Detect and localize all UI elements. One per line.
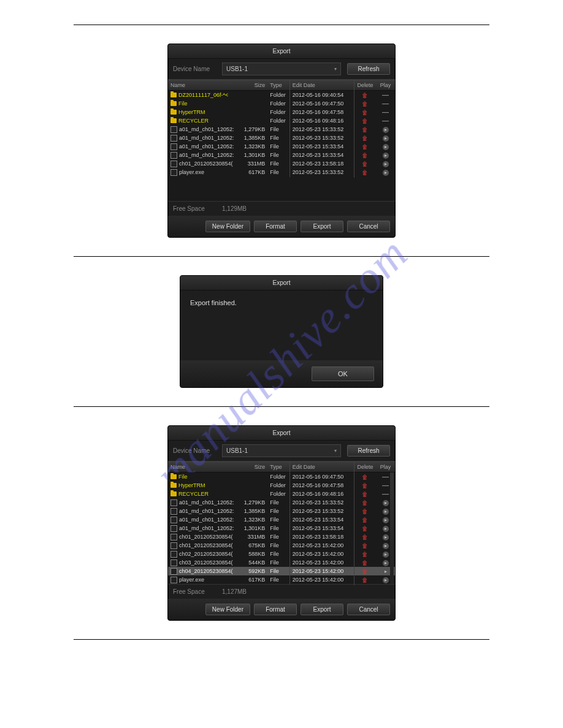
file-type: File [267,167,289,177]
checkbox-icon[interactable] [170,551,177,558]
play-icon[interactable] [383,144,389,150]
device-name-label: Device Name [173,447,216,454]
checkbox-icon[interactable] [170,534,177,540]
file-name: a01_md_ch01_12052: [179,135,234,141]
export-dialog-2: Export Device Name USB1-1 ▾ Refresh Name… [167,425,396,621]
play-icon[interactable] [383,577,389,583]
format-button[interactable]: Format [254,221,297,232]
checkbox-icon[interactable] [170,568,177,575]
play-icon[interactable] [383,534,389,540]
folder-icon[interactable] [170,118,177,123]
refresh-button[interactable]: Refresh [347,63,390,75]
checkbox-icon[interactable] [170,559,177,566]
checkbox-icon[interactable] [170,517,177,523]
checkbox-icon[interactable] [170,152,177,159]
col-type[interactable]: Type [267,80,289,90]
play-icon[interactable] [383,517,389,523]
delete-icon[interactable]: 🗑 [362,169,368,176]
delete-icon[interactable]: 🗑 [362,135,368,142]
refresh-button[interactable]: Refresh [347,445,390,457]
col-play[interactable]: Play [376,462,395,472]
delete-icon[interactable]: 🗑 [362,577,368,583]
delete-icon[interactable]: 🗑 [362,152,368,159]
delete-icon[interactable]: 🗑 [362,491,368,498]
play-icon[interactable] [383,153,389,159]
delete-icon[interactable]: 🗑 [362,92,368,99]
play-icon[interactable] [383,127,389,133]
play-icon[interactable] [383,569,389,575]
checkbox-icon[interactable] [170,135,177,142]
checkbox-icon[interactable] [170,577,177,583]
cancel-button[interactable]: Cancel [347,604,390,615]
table-row[interactable]: player.exe617KBFile2012-05-23 15:42:00🗑 [168,575,395,584]
folder-icon[interactable] [170,93,177,97]
delete-icon[interactable]: 🗑 [362,499,368,506]
ok-button[interactable]: OK [312,366,374,381]
checkbox-icon[interactable] [170,542,177,549]
play-icon[interactable] [383,135,389,142]
delete-icon[interactable]: 🗑 [362,517,368,523]
delete-icon[interactable]: 🗑 [362,525,368,532]
file-name: HyperTRM [178,109,205,115]
checkbox-icon[interactable] [170,143,177,150]
play-icon[interactable] [383,552,389,558]
checkbox-icon[interactable] [170,161,177,167]
device-name-select[interactable]: USB1-1 ▾ [222,63,341,75]
checkbox-icon[interactable] [170,126,177,133]
play-icon[interactable] [383,170,389,176]
delete-icon[interactable]: 🗑 [362,508,368,515]
delete-icon[interactable]: 🗑 [362,559,368,566]
table-row[interactable]: player.exe617KBFile2012-05-23 15:33:52🗑 [168,168,395,176]
delete-icon[interactable]: 🗑 [362,551,368,558]
format-button[interactable]: Format [254,604,297,615]
play-icon[interactable] [383,560,389,566]
export-button[interactable]: Export [301,604,343,615]
play-icon[interactable] [383,509,389,515]
delete-icon[interactable]: 🗑 [362,126,368,133]
folder-icon[interactable] [170,474,177,479]
file-name: RECYCLER [178,491,209,497]
delete-icon[interactable]: 🗑 [362,568,368,575]
delete-icon[interactable]: 🗑 [362,161,368,167]
checkbox-icon[interactable] [170,499,177,506]
new-folder-button[interactable]: New Folder [205,604,250,615]
file-name: RECYCLER [178,118,209,124]
col-delete[interactable]: Delete [354,462,376,472]
play-disabled-icon: — [382,117,389,124]
file-name: a01_md_ch01_12052: [179,517,234,523]
file-size [237,102,267,105]
checkbox-icon[interactable] [170,525,177,532]
delete-icon[interactable]: 🗑 [362,482,368,489]
col-play[interactable]: Play [376,80,395,90]
scrollbar[interactable] [390,472,394,584]
folder-icon[interactable] [170,491,177,496]
col-type[interactable]: Type [267,462,289,472]
col-name[interactable]: Name [168,80,237,90]
delete-icon[interactable]: 🗑 [362,100,368,107]
col-size[interactable]: Size [237,80,267,90]
checkbox-icon[interactable] [170,169,177,176]
play-icon[interactable] [383,526,389,532]
delete-icon[interactable]: 🗑 [362,542,368,549]
delete-icon[interactable]: 🗑 [362,109,368,116]
play-icon[interactable] [383,161,389,167]
checkbox-icon[interactable] [170,508,177,515]
col-size[interactable]: Size [237,462,267,472]
device-name-select[interactable]: USB1-1 ▾ [222,444,341,457]
new-folder-button[interactable]: New Folder [205,221,250,232]
cancel-button[interactable]: Cancel [347,221,390,232]
col-delete[interactable]: Delete [354,80,376,90]
delete-icon[interactable]: 🗑 [362,118,368,124]
play-icon[interactable] [383,543,389,549]
col-date[interactable]: Edit Date [289,462,354,472]
play-icon[interactable] [383,500,389,506]
col-name[interactable]: Name [168,462,237,472]
col-date[interactable]: Edit Date [289,80,354,90]
delete-icon[interactable]: 🗑 [362,534,368,540]
delete-icon[interactable]: 🗑 [362,143,368,150]
export-button[interactable]: Export [301,221,343,232]
folder-icon[interactable] [170,110,177,115]
folder-icon[interactable] [170,101,177,106]
delete-icon[interactable]: 🗑 [362,474,368,480]
folder-icon[interactable] [170,483,177,488]
